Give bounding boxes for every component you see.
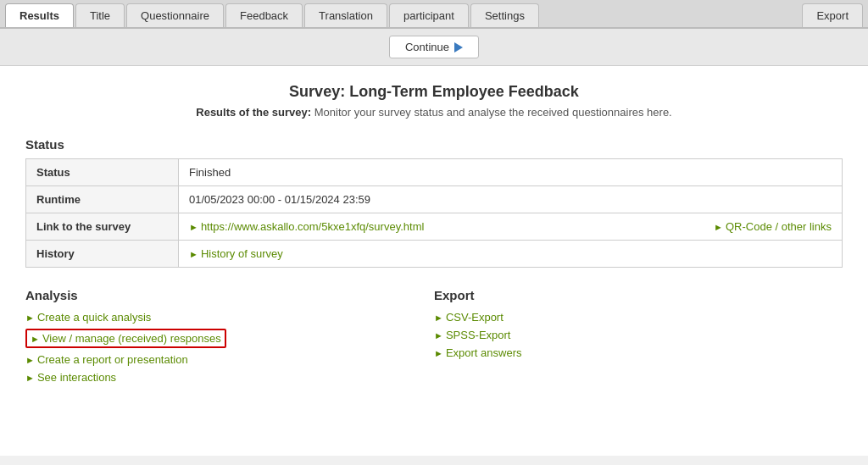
arrow-icon: ►: [434, 330, 443, 340]
arrow-icon: ►: [714, 222, 723, 232]
link-cell: ►https://www.askallo.com/5kxe1xfq/survey…: [179, 213, 843, 241]
tab-title[interactable]: Title: [75, 3, 125, 27]
tab-translation[interactable]: Translation: [304, 3, 387, 27]
quick-analysis-label: Create a quick analysis: [37, 311, 151, 324]
arrow-icon: ►: [189, 222, 198, 232]
arrow-icon: ►: [434, 348, 443, 358]
two-column-section: Analysis ►Create a quick analysis ►View …: [25, 288, 843, 389]
export-heading: Export: [434, 288, 843, 302]
continue-button[interactable]: Continue: [389, 36, 479, 58]
csv-export-link[interactable]: ►CSV-Export: [434, 311, 843, 324]
link-row: ►https://www.askallo.com/5kxe1xfq/survey…: [189, 220, 832, 233]
main-content: Survey: Long-Term Employee Feedback Resu…: [0, 66, 868, 456]
page-subtitle: Results of the survey: Monitor your surv…: [25, 106, 843, 119]
manage-responses-label: View / manage (received) responses: [42, 332, 221, 345]
qr-code-link[interactable]: ►QR-Code / other links: [714, 220, 832, 233]
table-row: Link to the survey ►https://www.askallo.…: [26, 213, 843, 241]
status-value: Finished: [179, 159, 843, 186]
spss-export-link[interactable]: ►SPSS-Export: [434, 329, 843, 341]
page-title: Survey: Long-Term Employee Feedback: [25, 83, 843, 101]
create-quick-analysis-link[interactable]: ►Create a quick analysis: [25, 311, 434, 324]
tab-questionnaire[interactable]: Questionnaire: [126, 3, 224, 27]
analysis-column: Analysis ►Create a quick analysis ►View …: [25, 288, 434, 389]
status-section-heading: Status: [25, 137, 843, 152]
arrow-icon: ►: [25, 313, 35, 323]
history-link[interactable]: ►History of survey: [189, 247, 283, 260]
table-row: Runtime 01/05/2023 00:00 - 01/15/2024 23…: [26, 186, 843, 213]
runtime-label: Runtime: [26, 186, 179, 213]
tab-export[interactable]: Export: [802, 3, 863, 27]
runtime-value: 01/05/2023 00:00 - 01/15/2024 23:59: [179, 186, 843, 213]
arrow-icon: ►: [434, 313, 443, 323]
table-row: History ►History of survey: [26, 241, 843, 268]
subtitle-text: Monitor your survey status and analyse t…: [311, 106, 672, 119]
create-report-link[interactable]: ►Create a report or presentation: [25, 353, 434, 366]
tab-feedback[interactable]: Feedback: [225, 3, 303, 27]
tab-settings[interactable]: Settings: [470, 3, 539, 27]
export-column: Export ►CSV-Export ►SPSS-Export ►Export …: [434, 288, 843, 389]
see-interactions-link[interactable]: ►See interactions: [25, 371, 434, 384]
qr-code-link-text: QR-Code / other links: [726, 220, 832, 233]
subtitle-bold: Results of the survey:: [196, 106, 311, 119]
arrow-icon: ►: [25, 355, 35, 365]
link-label: Link to the survey: [26, 213, 179, 241]
export-answers-label: Export answers: [446, 346, 522, 359]
status-label: Status: [26, 159, 179, 186]
survey-link-text: https://www.askallo.com/5kxe1xfq/survey.…: [201, 220, 424, 233]
arrow-icon: ►: [25, 373, 35, 383]
status-table: Status Finished Runtime 01/05/2023 00:00…: [25, 158, 843, 268]
history-cell: ►History of survey: [179, 241, 843, 268]
survey-link[interactable]: ►https://www.askallo.com/5kxe1xfq/survey…: [189, 220, 424, 233]
manage-responses-link[interactable]: ►View / manage (received) responses: [25, 329, 226, 348]
create-report-label: Create a report or presentation: [37, 353, 188, 366]
continue-arrow-icon: [454, 42, 463, 53]
spss-export-label: SPSS-Export: [446, 329, 511, 341]
continue-bar: Continue: [0, 29, 868, 66]
table-row: Status Finished: [26, 159, 843, 186]
history-label: History: [26, 241, 179, 268]
arrow-icon: ►: [31, 334, 40, 344]
tab-bar: Results Title Questionnaire Feedback Tra…: [0, 0, 868, 29]
arrow-icon: ►: [189, 249, 198, 259]
analysis-heading: Analysis: [25, 288, 434, 302]
export-answers-link[interactable]: ►Export answers: [434, 346, 843, 359]
see-interactions-label: See interactions: [37, 371, 116, 384]
tab-participant[interactable]: participant: [389, 3, 469, 27]
csv-export-label: CSV-Export: [446, 311, 504, 324]
tab-results[interactable]: Results: [5, 3, 74, 27]
history-link-text: History of survey: [201, 247, 283, 260]
